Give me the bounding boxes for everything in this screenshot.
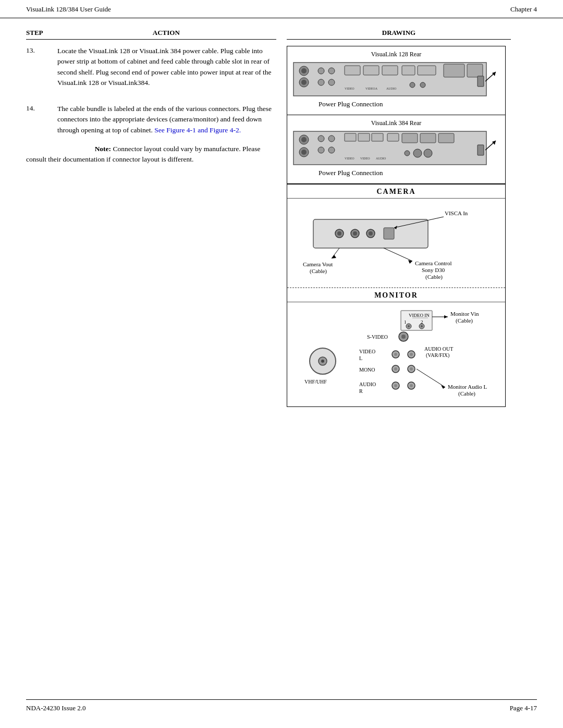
svg-point-105 xyxy=(394,384,397,387)
camera-diagram: VISCA In Camera Vout (Cable) Camera Cont… xyxy=(287,199,505,287)
svg-point-43 xyxy=(405,151,410,156)
col-step-header: STEP xyxy=(26,29,56,37)
monitor-diagram: VIDEO IN 1 2 Monitor V xyxy=(287,302,505,406)
svg-rect-34 xyxy=(358,133,370,141)
svg-rect-15 xyxy=(467,64,483,77)
svg-text:(VAR/FIX): (VAR/FIX) xyxy=(426,352,449,359)
svg-marker-61 xyxy=(332,255,336,258)
svg-text:VIDEO IN: VIDEO IN xyxy=(409,313,430,318)
svg-text:AUDIO OUT: AUDIO OUT xyxy=(424,346,453,352)
svg-point-31 xyxy=(318,147,324,153)
step-13-number: 13. xyxy=(26,46,57,88)
table-header-left: STEP ACTION xyxy=(26,29,276,40)
monitor-section: MONITOR VIDEO IN 1 2 xyxy=(287,288,505,406)
svg-rect-56 xyxy=(384,228,394,239)
monitor-svg: VIDEO IN 1 2 Monitor V xyxy=(291,306,500,411)
footer-left: NDA-24230 Issue 2.0 xyxy=(26,704,85,712)
svg-point-7 xyxy=(318,79,324,85)
svg-rect-39 xyxy=(438,133,454,143)
svg-text:(Cable): (Cable) xyxy=(425,274,443,280)
svg-point-6 xyxy=(328,68,335,74)
vl128-diagram: VIDEO VIDEOA AUDIO xyxy=(292,61,501,97)
step-row-13: 13. Locate the VisuaLink 128 or VisuaLin… xyxy=(26,46,276,88)
vl128-section: VisuaLink 128 Rear xyxy=(287,46,505,115)
header-title-right: Chapter 4 xyxy=(510,5,537,14)
right-column: DRAWING VisuaLink 128 Rear xyxy=(287,29,511,407)
vl128-power-label: Power Plug Connection xyxy=(292,100,500,108)
svg-text:VIDEO: VIDEO xyxy=(345,87,354,90)
note-prefix: Note: xyxy=(95,145,111,153)
svg-marker-48 xyxy=(492,141,496,145)
svg-rect-33 xyxy=(345,133,356,141)
svg-text:Monitor Vin: Monitor Vin xyxy=(450,311,479,317)
svg-rect-21 xyxy=(478,76,484,87)
svg-point-53 xyxy=(353,231,357,236)
svg-text:Camera Vout: Camera Vout xyxy=(303,261,333,267)
svg-rect-36 xyxy=(387,133,399,141)
svg-rect-46 xyxy=(478,145,484,155)
svg-rect-12 xyxy=(402,66,415,75)
svg-marker-79 xyxy=(444,315,448,318)
svg-text:AUDIO: AUDIO xyxy=(386,87,397,90)
vl384-label: VisuaLink 384 Rear xyxy=(292,119,500,127)
svg-text:R: R xyxy=(359,388,363,394)
page-footer: NDA-24230 Issue 2.0 Page 4-17 xyxy=(26,699,537,712)
monitor-header: MONITOR xyxy=(287,288,505,302)
svg-point-28 xyxy=(301,150,307,155)
svg-text:VIDEOA: VIDEOA xyxy=(365,87,378,90)
svg-point-8 xyxy=(328,79,335,85)
svg-rect-37 xyxy=(402,133,418,143)
svg-text:S-VIDEO: S-VIDEO xyxy=(367,334,388,340)
page-container: VisuaLink 128/384 User Guide Chapter 4 S… xyxy=(0,0,563,728)
step-row-14: 14. The cable bundle is labeled at the e… xyxy=(26,104,276,135)
svg-rect-13 xyxy=(418,66,436,75)
vl384-diagram: VIDEO VIDEO AUDIO xyxy=(292,130,501,166)
header-title-left: VisuaLink 128/384 User Guide xyxy=(26,5,111,14)
svg-point-30 xyxy=(328,135,335,142)
step-13-text: Locate the VisuaLink 128 or VisuaLink 38… xyxy=(57,47,272,87)
svg-point-29 xyxy=(318,135,324,142)
svg-point-77 xyxy=(421,325,423,327)
step-13-action: Locate the VisuaLink 128 or VisuaLink 38… xyxy=(57,46,276,88)
svg-text:VHF/UHF: VHF/UHF xyxy=(304,379,327,385)
camera-svg: VISCA In Camera Vout (Cable) Camera Cont… xyxy=(292,204,501,287)
svg-text:1: 1 xyxy=(404,319,407,325)
svg-point-32 xyxy=(328,147,335,153)
svg-text:Monitor Audio L: Monitor Audio L xyxy=(448,384,487,390)
svg-point-55 xyxy=(369,231,373,236)
svg-marker-23 xyxy=(492,72,496,76)
svg-text:L: L xyxy=(359,355,362,361)
svg-text:VIDEO: VIDEO xyxy=(359,349,375,354)
vl384-section: VisuaLink 384 Rear xyxy=(287,115,505,184)
table-header-right: DRAWING xyxy=(287,29,511,40)
drawing-panel: VisuaLink 128 Rear xyxy=(287,46,506,407)
vl128-label: VisuaLink 128 Rear xyxy=(292,51,500,58)
svg-text:VISCA In: VISCA In xyxy=(445,210,468,216)
svg-line-108 xyxy=(417,369,445,387)
svg-point-51 xyxy=(337,231,341,236)
svg-point-99 xyxy=(394,367,397,371)
svg-rect-11 xyxy=(382,66,398,75)
step-14-link2[interactable]: and Figure 4-2. xyxy=(198,126,241,134)
svg-point-94 xyxy=(410,353,413,356)
svg-point-44 xyxy=(413,149,422,157)
svg-text:VIDEO: VIDEO xyxy=(360,157,370,160)
svg-point-5 xyxy=(318,68,324,74)
svg-point-84 xyxy=(401,335,406,339)
col-drawing-header: DRAWING xyxy=(287,29,511,37)
camera-section: CAMERA xyxy=(287,184,505,287)
svg-text:Camera Control: Camera Control xyxy=(415,260,452,266)
svg-text:Sony D30: Sony D30 xyxy=(422,267,445,273)
step-14-link1[interactable]: See Figure 4-1 xyxy=(154,126,195,134)
svg-point-19 xyxy=(410,82,415,88)
col-action-header: ACTION xyxy=(56,29,276,37)
svg-text:(Cable): (Cable) xyxy=(458,390,475,397)
svg-rect-38 xyxy=(420,133,436,143)
svg-rect-10 xyxy=(363,66,379,75)
step-14-number: 14. xyxy=(26,104,57,135)
page-header: VisuaLink 128/384 User Guide Chapter 4 xyxy=(0,0,563,18)
svg-rect-14 xyxy=(444,64,464,77)
note-section: Note: Connector layout could vary by man… xyxy=(26,144,276,165)
main-content: STEP ACTION 13. Locate the VisuaLink 128… xyxy=(0,18,563,407)
svg-point-2 xyxy=(301,68,307,73)
